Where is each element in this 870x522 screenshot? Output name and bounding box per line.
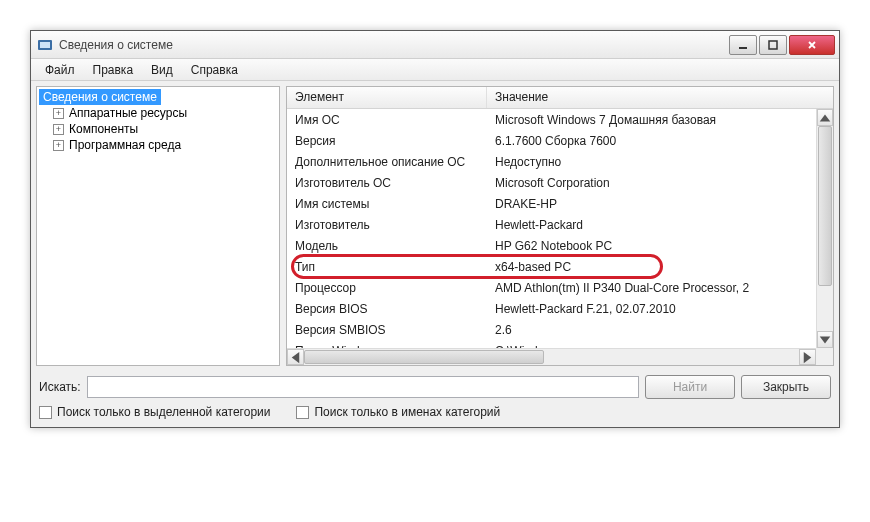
expand-icon[interactable]: +	[53, 124, 64, 135]
checkbox-box-icon	[39, 406, 52, 419]
hscroll-track[interactable]	[304, 349, 799, 365]
vertical-scrollbar[interactable]	[816, 109, 833, 348]
checkbox-only-category[interactable]: Поиск только в выделенной категории	[39, 405, 270, 419]
cell-element: Версия BIOS	[287, 302, 487, 316]
tree-item-label: Аппаратные ресурсы	[69, 106, 187, 120]
svg-rect-2	[739, 47, 747, 49]
cell-value: 2.6	[487, 323, 833, 337]
menu-edit[interactable]: Правка	[85, 61, 142, 79]
cell-element: Дополнительное описание ОС	[287, 155, 487, 169]
menu-file[interactable]: Файл	[37, 61, 83, 79]
cell-element: Имя системы	[287, 197, 487, 211]
checkbox-box-icon	[296, 406, 309, 419]
cell-element: Тип	[287, 260, 487, 274]
cell-value: AMD Athlon(tm) II P340 Dual-Core Process…	[487, 281, 833, 295]
svg-rect-3	[769, 41, 777, 49]
table-row[interactable]: ИзготовительHewlett-Packard	[287, 214, 833, 235]
close-button[interactable]	[789, 35, 835, 55]
close-search-button[interactable]: Закрыть	[741, 375, 831, 399]
svg-rect-1	[40, 42, 50, 48]
cell-value: Microsoft Windows 7 Домашняя базовая	[487, 113, 833, 127]
menu-help[interactable]: Справка	[183, 61, 246, 79]
table-row[interactable]: МодельHP G62 Notebook PC	[287, 235, 833, 256]
window-title: Сведения о системе	[59, 38, 729, 52]
cell-element: Версия	[287, 134, 487, 148]
column-value[interactable]: Значение	[487, 87, 833, 108]
table-row[interactable]: Дополнительное описание ОСНедоступно	[287, 151, 833, 172]
cell-value: 6.1.7600 Сборка 7600	[487, 134, 833, 148]
table-row[interactable]: Изготовитель ОСMicrosoft Corporation	[287, 172, 833, 193]
table-row[interactable]: Имя ОСMicrosoft Windows 7 Домашняя базов…	[287, 109, 833, 130]
cell-element: Изготовитель	[287, 218, 487, 232]
tree-item-label: Компоненты	[69, 122, 138, 136]
cell-value: x64-based PC	[487, 260, 833, 274]
minimize-button[interactable]	[729, 35, 757, 55]
details-list: Элемент Значение Имя ОСMicrosoft Windows…	[286, 86, 834, 366]
expand-icon[interactable]: +	[53, 140, 64, 151]
scroll-down-icon[interactable]	[817, 331, 833, 348]
maximize-button[interactable]	[759, 35, 787, 55]
column-element[interactable]: Элемент	[287, 87, 487, 108]
cell-element: Версия SMBIOS	[287, 323, 487, 337]
search-input[interactable]	[87, 376, 639, 398]
cell-element: Имя ОС	[287, 113, 487, 127]
cell-value: Microsoft Corporation	[487, 176, 833, 190]
main-body: Сведения о системе +Аппаратные ресурсы+К…	[31, 81, 839, 371]
table-row[interactable]: Имя системыDRAKE-HP	[287, 193, 833, 214]
checkbox-label: Поиск только в выделенной категории	[57, 405, 270, 419]
app-icon	[37, 37, 53, 53]
cell-element: Модель	[287, 239, 487, 253]
cell-value: DRAKE-HP	[487, 197, 833, 211]
tree-item[interactable]: +Программная среда	[39, 137, 277, 153]
system-info-window: Сведения о системе Файл Правка Вид Справ…	[30, 30, 840, 428]
checkbox-only-names[interactable]: Поиск только в именах категорий	[296, 405, 500, 419]
cell-value: Hewlett-Packard F.21, 02.07.2010	[487, 302, 833, 316]
cell-value: Недоступно	[487, 155, 833, 169]
hscroll-thumb[interactable]	[304, 350, 544, 364]
scroll-left-icon[interactable]	[287, 349, 304, 365]
vscroll-thumb[interactable]	[818, 126, 832, 286]
scroll-right-icon[interactable]	[799, 349, 816, 365]
table-row[interactable]: Версия BIOSHewlett-Packard F.21, 02.07.2…	[287, 298, 833, 319]
table-row[interactable]: Версия6.1.7600 Сборка 7600	[287, 130, 833, 151]
search-label: Искать:	[39, 380, 81, 394]
rows-container: Имя ОСMicrosoft Windows 7 Домашняя базов…	[287, 109, 833, 365]
expand-icon[interactable]: +	[53, 108, 64, 119]
horizontal-scrollbar[interactable]	[287, 348, 816, 365]
cell-element: Изготовитель ОС	[287, 176, 487, 190]
category-tree[interactable]: Сведения о системе +Аппаратные ресурсы+К…	[36, 86, 280, 366]
column-headers: Элемент Значение	[287, 87, 833, 109]
menubar: Файл Правка Вид Справка	[31, 59, 839, 81]
scroll-corner	[816, 348, 833, 365]
checkbox-label: Поиск только в именах категорий	[314, 405, 500, 419]
menu-view[interactable]: Вид	[143, 61, 181, 79]
tree-item-label: Программная среда	[69, 138, 181, 152]
table-row[interactable]: Версия SMBIOS2.6	[287, 319, 833, 340]
table-row[interactable]: Типx64-based PC	[287, 256, 833, 277]
tree-root-selected[interactable]: Сведения о системе	[39, 89, 161, 105]
scroll-up-icon[interactable]	[817, 109, 833, 126]
cell-value: HP G62 Notebook PC	[487, 239, 833, 253]
tree-item[interactable]: +Аппаратные ресурсы	[39, 105, 277, 121]
table-row[interactable]: ПроцессорAMD Athlon(tm) II P340 Dual-Cor…	[287, 277, 833, 298]
titlebar[interactable]: Сведения о системе	[31, 31, 839, 59]
vscroll-track[interactable]	[817, 126, 833, 331]
find-button[interactable]: Найти	[645, 375, 735, 399]
tree-item[interactable]: +Компоненты	[39, 121, 277, 137]
window-buttons	[729, 35, 835, 55]
cell-value: Hewlett-Packard	[487, 218, 833, 232]
cell-element: Процессор	[287, 281, 487, 295]
search-area: Искать: Найти Закрыть Поиск только в выд…	[31, 371, 839, 427]
